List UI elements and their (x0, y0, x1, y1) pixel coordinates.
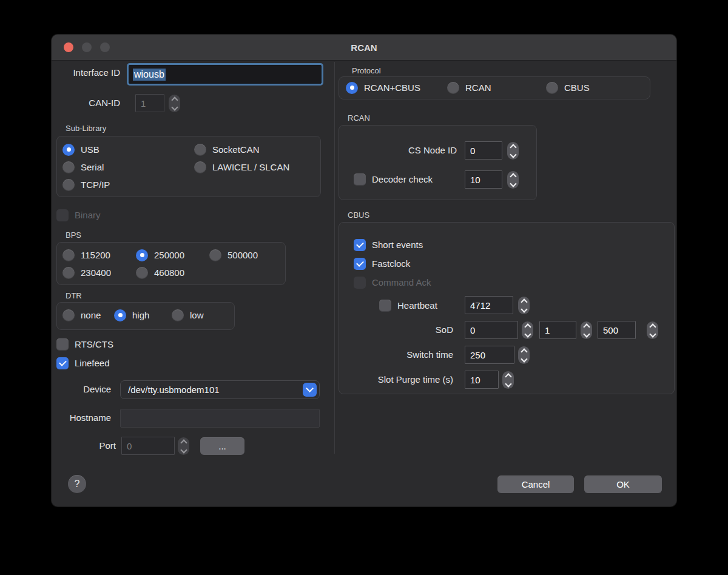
fastclock-checkbox[interactable] (354, 258, 366, 270)
chevron-down-icon (171, 104, 178, 110)
radio-icon[interactable] (447, 82, 459, 94)
radio-rcan-cbus[interactable]: RCAN+CBUS (346, 81, 420, 94)
radio-icon[interactable] (209, 249, 221, 261)
heartbeat-checkbox-row[interactable]: Heartbeat (379, 299, 437, 312)
radio-icon[interactable] (62, 161, 75, 173)
radio-rcan[interactable]: RCAN (447, 81, 491, 94)
cs-node-id-stepper[interactable] (507, 142, 519, 160)
close-button[interactable] (64, 42, 73, 52)
heartbeat-stepper[interactable] (518, 297, 530, 314)
interface-id-label: Interface ID (56, 64, 120, 82)
chevron-up-icon (510, 144, 516, 150)
device-value: /dev/tty.usbmodem101 (128, 385, 303, 395)
decoder-check-checkbox[interactable] (354, 173, 366, 186)
radio-115200[interactable]: 115200 (62, 249, 110, 261)
cs-node-id-label: CS Node ID (339, 141, 457, 160)
rts-cts-checkbox[interactable] (56, 338, 69, 351)
slot-purge-input[interactable]: 10 (465, 371, 499, 389)
chevron-down-icon (510, 180, 516, 187)
decoder-check-stepper[interactable] (507, 171, 519, 189)
radio-icon[interactable] (62, 144, 75, 156)
short-events-checkbox[interactable] (354, 239, 366, 251)
radio-icon[interactable] (172, 309, 184, 321)
chevron-down-icon (180, 446, 187, 453)
port-row: Port (56, 437, 116, 455)
decoder-check-checkbox-row[interactable]: Decoder check (354, 173, 433, 186)
ok-button[interactable]: OK (584, 476, 662, 493)
device-row: Device (56, 380, 111, 398)
minimize-button (82, 42, 92, 52)
sod-input-3[interactable]: 500 (598, 321, 636, 339)
radio-lawicel[interactable]: LAWICEL / SLCAN (194, 161, 289, 173)
radio-icon[interactable] (62, 179, 75, 191)
radio-usb[interactable]: USB (62, 143, 99, 156)
fastclock-checkbox-row[interactable]: Fastclock (354, 257, 410, 270)
radio-dtr-high[interactable]: high (114, 309, 149, 321)
radio-icon[interactable] (62, 309, 75, 321)
help-button[interactable]: ? (68, 475, 86, 493)
radio-icon[interactable] (62, 267, 75, 279)
decoder-check-label: Decoder check (372, 170, 433, 189)
sub-library-title: Sub-Library (66, 124, 106, 133)
radio-icon[interactable] (194, 144, 206, 156)
radio-250000-label: 250000 (154, 246, 184, 264)
port-input: 0 (121, 437, 175, 455)
radio-high-label: high (132, 306, 149, 324)
radio-icon[interactable] (114, 309, 126, 321)
dropdown-button[interactable] (303, 383, 317, 397)
sod-input-2[interactable]: 1 (539, 321, 576, 339)
radio-500000[interactable]: 500000 (209, 249, 258, 261)
hostname-label: Hostname (56, 409, 111, 427)
radio-icon[interactable] (194, 161, 206, 173)
radio-icon[interactable] (346, 82, 358, 94)
radio-230400[interactable]: 230400 (62, 266, 111, 279)
cs-node-id-input[interactable]: 0 (465, 141, 502, 160)
radio-cbus-label: CBUS (564, 79, 590, 97)
rts-cts-checkbox-row[interactable]: RTS/CTS (56, 338, 113, 351)
browse-button[interactable]: ... (200, 437, 244, 455)
radio-icon[interactable] (62, 249, 75, 261)
sod-stepper-3[interactable] (647, 321, 658, 339)
radio-dtr-low[interactable]: low (172, 309, 204, 321)
heartbeat-checkbox[interactable] (379, 300, 391, 312)
radio-icon[interactable] (136, 249, 148, 261)
linefeed-checkbox-row[interactable]: Linefeed (56, 357, 110, 369)
radio-serial[interactable]: Serial (62, 161, 104, 173)
radio-icon[interactable] (546, 82, 558, 94)
radio-socketcan[interactable]: SocketCAN (194, 143, 260, 156)
radio-serial-label: Serial (81, 158, 104, 177)
switch-time-stepper[interactable] (518, 346, 530, 364)
titlebar: RCAN (52, 35, 676, 61)
cbus-group-title: CBUS (348, 210, 369, 220)
dialog-window: RCAN Interface ID wiousb CAN-ID 1 Sub-Li… (52, 35, 676, 506)
slot-purge-stepper[interactable] (502, 371, 514, 389)
sod-input-1[interactable]: 0 (465, 321, 518, 339)
linefeed-checkbox[interactable] (56, 357, 69, 369)
short-events-checkbox-row[interactable]: Short events (354, 238, 423, 251)
radio-250000[interactable]: 250000 (136, 249, 184, 261)
sod-stepper-2[interactable] (581, 321, 592, 339)
radio-usb-label: USB (81, 141, 99, 159)
radio-dtr-none[interactable]: none (62, 309, 101, 321)
chevron-down-icon (524, 331, 531, 337)
cancel-button[interactable]: Cancel (497, 476, 574, 493)
switch-time-label: Switch time (339, 346, 453, 364)
radio-460800[interactable]: 460800 (136, 266, 184, 279)
radio-icon[interactable] (136, 267, 148, 279)
sod-stepper-1[interactable] (522, 321, 533, 339)
device-dropdown[interactable]: /dev/tty.usbmodem101 (120, 380, 320, 399)
hostname-input[interactable] (120, 409, 320, 428)
device-label: Device (56, 380, 111, 398)
interface-id-input[interactable]: wiousb (129, 65, 322, 84)
switch-time-input[interactable]: 250 (465, 346, 514, 364)
chevron-down-icon (521, 306, 527, 312)
decoder-check-input[interactable]: 10 (465, 170, 502, 189)
port-stepper (178, 437, 189, 455)
radio-cbus[interactable]: CBUS (546, 81, 590, 94)
radio-tcpip[interactable]: TCP/IP (62, 178, 110, 191)
pane-divider (334, 62, 335, 454)
binary-checkbox (56, 209, 69, 221)
chevron-up-icon (524, 323, 531, 330)
bps-title: BPS (66, 230, 81, 240)
heartbeat-input[interactable]: 4712 (465, 296, 513, 314)
